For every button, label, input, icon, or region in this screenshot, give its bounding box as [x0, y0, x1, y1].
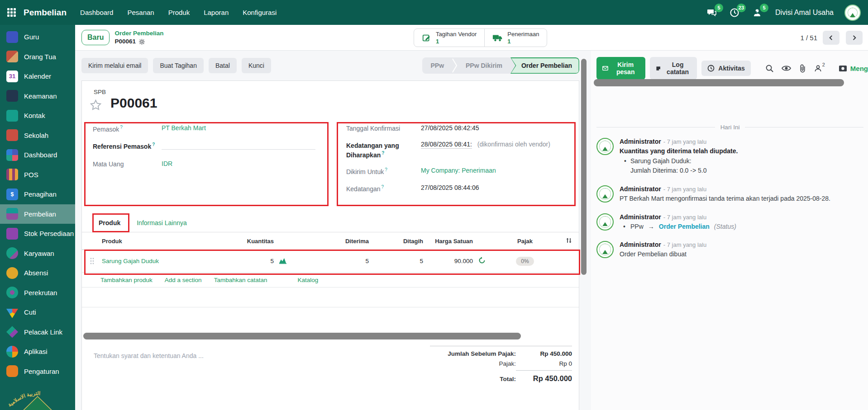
- add-product-link[interactable]: Tambahkan produk: [100, 277, 153, 283]
- referensi-pemasok-input[interactable]: [162, 141, 315, 150]
- help-marker[interactable]: ?: [382, 151, 384, 156]
- cell-kuantitas[interactable]: 5: [219, 258, 274, 264]
- status-step-ppw[interactable]: PPw: [422, 57, 452, 74]
- col-header-ditagih[interactable]: Ditagih: [369, 238, 423, 245]
- terms-placeholder[interactable]: Tentukan syarat dan ketentuan Anda ...: [94, 352, 204, 359]
- sidebar-item-stok-persediaan[interactable]: Stok Persediaan: [0, 224, 75, 244]
- price-history-icon[interactable]: [473, 257, 491, 265]
- attachment-paperclip-icon[interactable]: [799, 64, 806, 73]
- requests-icon[interactable]: $ 5: [752, 7, 763, 18]
- pager-previous-button[interactable]: [823, 31, 839, 45]
- pager-next-button[interactable]: [846, 31, 863, 45]
- sidebar-item-kalender[interactable]: 31Kalender: [0, 66, 75, 86]
- sidebar-item-kontak[interactable]: Kontak: [0, 106, 75, 126]
- help-marker[interactable]: ?: [385, 167, 387, 172]
- lock-button[interactable]: Kunci: [242, 58, 271, 73]
- forecast-chart-icon[interactable]: [274, 257, 292, 265]
- sidebar-item-absensi[interactable]: Absensi: [0, 263, 75, 283]
- breadcrumb-model[interactable]: Order Pembelian: [114, 29, 163, 38]
- sidebar-item-orang-tua[interactable]: Orang Tua: [0, 47, 75, 67]
- horizontal-scrollbar[interactable]: [83, 333, 521, 339]
- follow-button[interactable]: Meng: [839, 65, 868, 72]
- sidebar-item-perekrutan[interactable]: Perekrutan: [0, 283, 75, 303]
- col-header-diterima[interactable]: Diterima: [292, 238, 369, 245]
- record-name[interactable]: P00061: [114, 38, 136, 46]
- author-name[interactable]: Administrator: [620, 185, 661, 193]
- add-section-link[interactable]: Add a section: [165, 277, 202, 283]
- user-name[interactable]: Divisi Amal Usaha: [775, 9, 834, 17]
- sidebar-item-guru[interactable]: Guru: [0, 27, 75, 47]
- gear-icon[interactable]: [138, 38, 145, 45]
- cell-ditagih[interactable]: 5: [369, 258, 423, 264]
- dikirim-untuk-value[interactable]: My Company: Penerimaan: [421, 167, 496, 174]
- col-header-pajak[interactable]: Pajak: [491, 238, 559, 245]
- menu-pesanan[interactable]: Pesanan: [127, 9, 154, 16]
- menu-konfigurasi[interactable]: Konfigurasi: [243, 9, 277, 16]
- kedatangan-diharapkan-input[interactable]: 28/08/2025 08:41:: [421, 141, 472, 149]
- help-marker[interactable]: ?: [120, 125, 123, 130]
- cell-pajak[interactable]: 0%: [491, 257, 559, 266]
- vertical-scrollbar[interactable]: [581, 59, 587, 275]
- sidebar-item-keamanan[interactable]: Keamanan: [0, 86, 75, 106]
- chatter-scrollbar[interactable]: [594, 79, 844, 86]
- sidebar-item-aplikasi[interactable]: Aplikasi: [0, 342, 75, 362]
- tanggal-konfirmasi-value[interactable]: 27/08/2025 08:42:45: [421, 124, 479, 132]
- record-title[interactable]: P00061: [110, 95, 157, 111]
- sidebar-item-dashboard[interactable]: Dashboard: [0, 145, 75, 165]
- receipt-stat-button[interactable]: Penerimaan1: [484, 29, 547, 47]
- mata-uang-value[interactable]: IDR: [162, 160, 172, 167]
- sidebar-item-pos[interactable]: POS: [0, 165, 75, 185]
- create-bill-button[interactable]: Buat Tagihan: [153, 58, 203, 73]
- message[interactable]: Administrator- 7 jam yang lalu PPw → Ord…: [596, 213, 863, 232]
- menu-dashboard[interactable]: Dashboard: [80, 9, 113, 16]
- sidebar-item-sekolah[interactable]: Sekolah: [0, 126, 75, 146]
- app-name[interactable]: Pembelian: [24, 8, 67, 18]
- message[interactable]: Administrator- 7 jam yang lalu Kuantitas…: [596, 138, 863, 176]
- sidebar-item-pelacak-link[interactable]: Pelacak Link: [0, 322, 75, 342]
- tab-informasi-lainnya[interactable]: Informasi Lainnya: [137, 216, 187, 232]
- cell-diterima[interactable]: 5: [292, 258, 369, 264]
- send-message-button[interactable]: Kirim pesan: [596, 57, 645, 80]
- menu-laporan[interactable]: Laporan: [204, 9, 229, 16]
- col-header-kuantitas[interactable]: Kuantitas: [219, 238, 274, 245]
- catalog-link[interactable]: Katalog: [297, 277, 318, 283]
- author-name[interactable]: Administrator: [620, 241, 661, 248]
- search-message-icon[interactable]: [765, 64, 774, 73]
- watch-eye-icon[interactable]: [782, 65, 791, 72]
- help-marker[interactable]: ?: [382, 184, 384, 189]
- product-name-link[interactable]: Sarung Gajah Duduk: [102, 258, 219, 264]
- followers-icon[interactable]: 2: [814, 65, 825, 72]
- order-line-row[interactable]: Sarung Gajah Duduk 5 5 5 90.000 0%: [82, 250, 579, 273]
- col-header-produk[interactable]: Produk: [102, 238, 219, 245]
- send-by-email-button[interactable]: Kirim melalui email: [81, 58, 148, 73]
- track-to-link[interactable]: Order Pembelian: [659, 222, 710, 232]
- column-options-icon[interactable]: [559, 237, 579, 245]
- message[interactable]: Administrator- 7 jam yang lalu Order Pem…: [596, 241, 863, 259]
- sidebar-item-cuti[interactable]: Cuti: [0, 302, 75, 322]
- menu-produk[interactable]: Produk: [168, 9, 190, 16]
- help-marker[interactable]: ?: [152, 142, 155, 147]
- author-name[interactable]: Administrator: [620, 138, 661, 145]
- status-step-order-pembelian[interactable]: Order Pembelian: [510, 57, 579, 74]
- drag-handle-icon[interactable]: [82, 258, 102, 264]
- author-name[interactable]: Administrator: [620, 213, 661, 221]
- log-note-button[interactable]: Log catatan: [650, 57, 697, 80]
- activity-button[interactable]: Aktivitas: [701, 61, 750, 76]
- col-header-harga-satuan[interactable]: Harga Satuan: [423, 238, 473, 245]
- status-step-ppw-dikirim[interactable]: PPw Dikirim: [458, 57, 510, 74]
- pemasok-value[interactable]: PT Berkah Mart: [162, 124, 206, 132]
- sidebar-item-karyawan[interactable]: Karyawan: [0, 244, 75, 264]
- cell-harga-satuan[interactable]: 90.000: [423, 258, 473, 264]
- messages-icon[interactable]: 5: [706, 7, 718, 18]
- apps-grid-icon[interactable]: [7, 8, 16, 17]
- user-avatar[interactable]: [844, 5, 861, 21]
- add-note-link[interactable]: Tambahkan catatan: [214, 277, 267, 283]
- cancel-button[interactable]: Batal: [209, 58, 237, 73]
- tab-produk[interactable]: Produk: [99, 216, 120, 232]
- favorite-star-icon[interactable]: [90, 99, 102, 111]
- kedatangan-value[interactable]: 27/08/2025 08:44:06: [421, 184, 479, 191]
- sidebar-item-penagihan[interactable]: $Penagihan: [0, 184, 75, 204]
- vendor-bill-stat-button[interactable]: Tagihan Vendor1: [414, 29, 484, 47]
- message[interactable]: Administrator- 7 jam yang lalu PT Berkah…: [596, 185, 863, 204]
- activities-clock-icon[interactable]: 23: [729, 7, 741, 18]
